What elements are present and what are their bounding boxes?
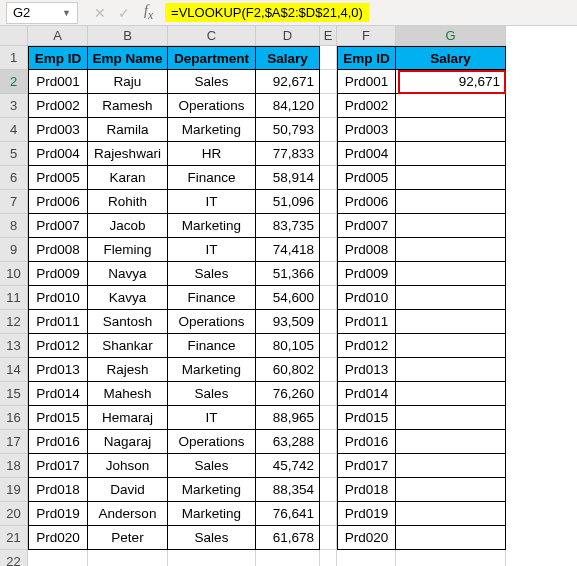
cell[interactable] [320, 166, 337, 190]
row-header[interactable]: 1 [0, 46, 28, 70]
cell-salary-2[interactable] [396, 406, 506, 430]
row-header[interactable]: 5 [0, 142, 28, 166]
cell-empid[interactable]: Prd015 [28, 406, 88, 430]
cell-empid[interactable]: Prd004 [28, 142, 88, 166]
cell[interactable] [396, 550, 506, 566]
cell[interactable] [320, 430, 337, 454]
cell[interactable] [320, 478, 337, 502]
name-box[interactable]: G2 ▼ [6, 2, 78, 24]
cell-empid-2[interactable]: Prd010 [337, 286, 396, 310]
cell-salary[interactable]: 50,793 [256, 118, 320, 142]
row-header[interactable]: 4 [0, 118, 28, 142]
cell-empid[interactable]: Prd011 [28, 310, 88, 334]
row-header[interactable]: 21 [0, 526, 28, 550]
cell[interactable] [320, 454, 337, 478]
cell-empname[interactable]: Johson [88, 454, 168, 478]
column-header-D[interactable]: D [256, 26, 320, 46]
cell-salary-2[interactable] [396, 334, 506, 358]
cell-empname[interactable]: Navya [88, 262, 168, 286]
accept-formula-icon[interactable]: ✓ [116, 5, 132, 21]
cell-empname[interactable]: Raju [88, 70, 168, 94]
row-header[interactable]: 11 [0, 286, 28, 310]
cell-salary-2[interactable] [396, 238, 506, 262]
header-empid-2[interactable]: Emp ID [337, 46, 396, 70]
cell-empid-2[interactable]: Prd004 [337, 142, 396, 166]
cell-department[interactable]: IT [168, 406, 256, 430]
cell-empid[interactable]: Prd014 [28, 382, 88, 406]
row-header[interactable]: 14 [0, 358, 28, 382]
cell-salary[interactable]: 51,096 [256, 190, 320, 214]
formula-bar[interactable]: =VLOOKUP(F2,$A$2:$D$21,4,0) [165, 3, 369, 22]
row-header[interactable]: 6 [0, 166, 28, 190]
cell-salary[interactable]: 83,735 [256, 214, 320, 238]
cell-salary[interactable]: 58,914 [256, 166, 320, 190]
cell-salary[interactable]: 76,260 [256, 382, 320, 406]
cell-salary[interactable]: 51,366 [256, 262, 320, 286]
cell-salary[interactable]: 54,600 [256, 286, 320, 310]
cell-empid[interactable]: Prd005 [28, 166, 88, 190]
row-header[interactable]: 15 [0, 382, 28, 406]
cell-salary[interactable]: 88,965 [256, 406, 320, 430]
cell-empname[interactable]: Peter [88, 526, 168, 550]
cell-empid-2[interactable]: Prd013 [337, 358, 396, 382]
cell-salary[interactable]: 45,742 [256, 454, 320, 478]
cell[interactable] [320, 382, 337, 406]
cell-salary-2[interactable] [396, 430, 506, 454]
cell-salary[interactable]: 63,288 [256, 430, 320, 454]
cell-salary[interactable]: 80,105 [256, 334, 320, 358]
cell[interactable] [168, 550, 256, 566]
cell-salary-2[interactable] [396, 310, 506, 334]
header-empname[interactable]: Emp Name [88, 46, 168, 70]
row-header[interactable]: 16 [0, 406, 28, 430]
row-header[interactable]: 17 [0, 430, 28, 454]
cell-salary-2[interactable]: 92,671 [396, 70, 506, 94]
header-empid[interactable]: Emp ID [28, 46, 88, 70]
cell-department[interactable]: Sales [168, 454, 256, 478]
cell-empid-2[interactable]: Prd019 [337, 502, 396, 526]
row-header[interactable]: 2 [0, 70, 28, 94]
header-department[interactable]: Department [168, 46, 256, 70]
cell-empid[interactable]: Prd007 [28, 214, 88, 238]
cell-empname[interactable]: Santosh [88, 310, 168, 334]
column-header-A[interactable]: A [28, 26, 88, 46]
cell-empid-2[interactable]: Prd012 [337, 334, 396, 358]
cell[interactable] [320, 358, 337, 382]
row-header[interactable]: 20 [0, 502, 28, 526]
cell-department[interactable]: IT [168, 238, 256, 262]
cell-empid[interactable]: Prd009 [28, 262, 88, 286]
cell-department[interactable]: Finance [168, 334, 256, 358]
cell-empid[interactable]: Prd016 [28, 430, 88, 454]
cell[interactable] [320, 262, 337, 286]
cell[interactable] [320, 46, 337, 70]
cell-empid-2[interactable]: Prd020 [337, 526, 396, 550]
cell-empname[interactable]: Rohith [88, 190, 168, 214]
cell-salary-2[interactable] [396, 358, 506, 382]
cell-empid-2[interactable]: Prd008 [337, 238, 396, 262]
cell-empname[interactable]: Rajeshwari [88, 142, 168, 166]
cell-empid[interactable]: Prd013 [28, 358, 88, 382]
cell-salary[interactable]: 74,418 [256, 238, 320, 262]
row-header[interactable]: 12 [0, 310, 28, 334]
cell-empname[interactable]: Rajesh [88, 358, 168, 382]
cell[interactable] [320, 502, 337, 526]
row-header[interactable]: 10 [0, 262, 28, 286]
cell-empname[interactable]: Ramila [88, 118, 168, 142]
cell-salary[interactable]: 92,671 [256, 70, 320, 94]
cell-empname[interactable]: Kavya [88, 286, 168, 310]
cell[interactable] [320, 286, 337, 310]
cell-salary-2[interactable] [396, 454, 506, 478]
cell-salary-2[interactable] [396, 286, 506, 310]
cell-empid[interactable]: Prd001 [28, 70, 88, 94]
cell-empid-2[interactable]: Prd015 [337, 406, 396, 430]
cell-empname[interactable]: Hemaraj [88, 406, 168, 430]
cell-empname[interactable]: Shankar [88, 334, 168, 358]
cell-empid[interactable]: Prd003 [28, 118, 88, 142]
cell-department[interactable]: Marketing [168, 478, 256, 502]
cell[interactable] [88, 550, 168, 566]
cell-empid-2[interactable]: Prd009 [337, 262, 396, 286]
cell-empid-2[interactable]: Prd007 [337, 214, 396, 238]
row-header[interactable]: 3 [0, 94, 28, 118]
cell-department[interactable]: Sales [168, 70, 256, 94]
cell-empname[interactable]: Jacob [88, 214, 168, 238]
column-header-G[interactable]: G [396, 26, 506, 46]
